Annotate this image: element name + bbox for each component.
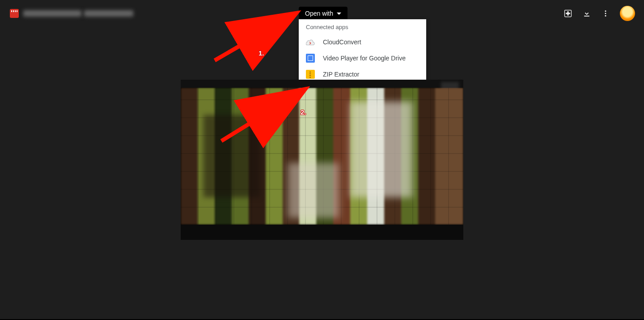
account-avatar[interactable] (620, 6, 635, 21)
file-name[interactable] (23, 10, 133, 17)
open-with-button[interactable]: Open with (299, 7, 347, 20)
top-right-actions (564, 0, 635, 27)
video-player-icon (306, 54, 315, 63)
annotation-label-2: 2. (301, 108, 306, 116)
svg-point-1 (605, 13, 606, 14)
cloudconvert-icon (306, 38, 315, 47)
annotation-label-1: 1. (258, 49, 264, 57)
add-to-drive-icon[interactable] (564, 9, 572, 18)
dropdown-item-label: ZIP Extractor (323, 71, 359, 78)
video-top-bar (181, 80, 463, 88)
dropdown-item-video-player[interactable]: Video Player for Google Drive (299, 50, 426, 66)
video-file-icon (10, 9, 19, 18)
open-with-label: Open with (305, 10, 333, 17)
dropdown-item-label: CloudConvert (323, 38, 361, 46)
zip-extractor-icon (306, 70, 315, 79)
dropdown-item-cloudconvert[interactable]: CloudConvert (299, 34, 426, 50)
svg-point-0 (605, 10, 606, 12)
svg-point-2 (605, 15, 606, 17)
dropdown-header: Connected apps (299, 19, 426, 34)
more-actions-icon[interactable] (601, 9, 610, 18)
video-bottom-bar (181, 225, 463, 240)
caret-down-icon (337, 13, 341, 15)
filename-part2-obscured (84, 10, 133, 17)
video-preview[interactable] (181, 80, 463, 240)
filename-part1-obscured (23, 10, 81, 17)
dropdown-item-label: Video Player for Google Drive (323, 55, 406, 62)
video-frame-pixelated (181, 88, 463, 225)
download-icon[interactable] (582, 9, 591, 18)
